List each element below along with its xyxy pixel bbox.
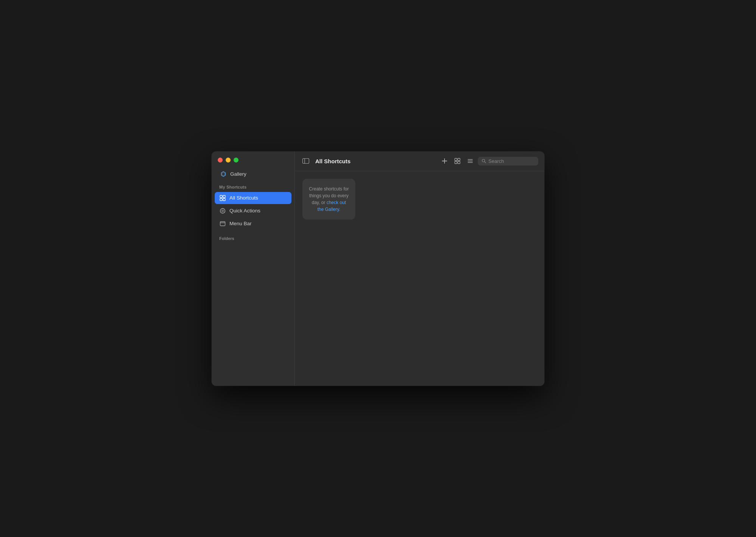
svg-rect-8 — [303, 159, 309, 164]
svg-rect-1 — [223, 195, 225, 198]
grid-view-button[interactable] — [452, 156, 463, 166]
svg-rect-2 — [220, 198, 222, 201]
svg-rect-12 — [455, 158, 457, 161]
empty-card-text: Create shortcuts for things you do every… — [309, 186, 349, 212]
close-button[interactable] — [218, 158, 223, 162]
svg-rect-6 — [220, 221, 225, 226]
app-body: Gallery My Shortcuts All Shortcuts — [212, 152, 544, 386]
all-shortcuts-icon — [219, 195, 226, 201]
toolbar-title: All Shortcuts — [315, 158, 435, 164]
maximize-button[interactable] — [234, 158, 239, 162]
sidebar-toggle-button[interactable] — [301, 157, 311, 165]
sidebar-item-menu-bar[interactable]: Menu Bar — [215, 218, 291, 230]
search-input[interactable] — [488, 158, 534, 164]
svg-rect-15 — [458, 161, 460, 164]
all-shortcuts-label: All Shortcuts — [229, 195, 258, 201]
svg-rect-0 — [220, 195, 222, 198]
traffic-lights — [218, 158, 239, 162]
toolbar: All Shortcuts — [295, 152, 544, 171]
svg-line-20 — [485, 162, 486, 163]
svg-rect-3 — [223, 198, 225, 201]
content-area: Create shortcuts for things you do every… — [295, 171, 544, 386]
gallery-icon — [220, 171, 227, 178]
list-view-button[interactable] — [465, 156, 476, 166]
menu-bar-icon — [219, 220, 226, 227]
svg-point-5 — [222, 210, 223, 212]
search-bar[interactable] — [478, 157, 538, 166]
app-window: Gallery My Shortcuts All Shortcuts — [212, 152, 544, 386]
search-icon — [482, 159, 486, 163]
empty-state-card: Create shortcuts for things you do every… — [302, 179, 355, 220]
sidebar-item-all-shortcuts[interactable]: All Shortcuts — [215, 192, 291, 204]
quick-actions-label: Quick Actions — [229, 208, 260, 214]
toolbar-actions — [439, 156, 538, 166]
my-shortcuts-section-label: My Shortcuts — [212, 185, 294, 192]
svg-point-19 — [482, 159, 485, 162]
minimize-button[interactable] — [226, 158, 231, 162]
sidebar-item-gallery[interactable]: Gallery — [215, 168, 291, 180]
sidebar: Gallery My Shortcuts All Shortcuts — [212, 152, 295, 386]
gallery-label: Gallery — [230, 171, 246, 177]
sidebar-item-quick-actions[interactable]: Quick Actions — [215, 205, 291, 217]
add-shortcut-button[interactable] — [439, 156, 450, 166]
menu-bar-label: Menu Bar — [229, 221, 252, 226]
main-content: All Shortcuts — [295, 152, 544, 386]
folders-section-label: Folders — [212, 230, 294, 243]
quick-actions-icon — [219, 207, 226, 214]
svg-rect-13 — [458, 158, 460, 161]
svg-rect-14 — [455, 161, 457, 164]
